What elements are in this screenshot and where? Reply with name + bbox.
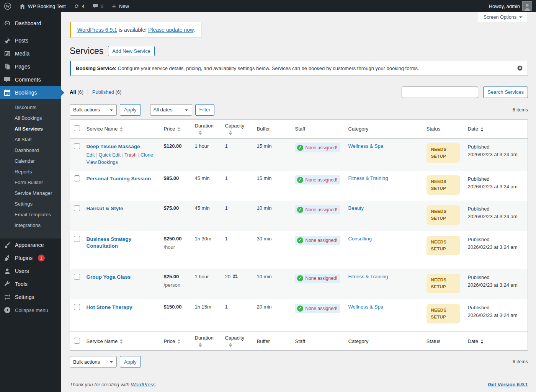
submenu-item-discounts[interactable]: Discounts: [0, 102, 61, 113]
staff-badge: ✓None assigned!: [295, 274, 340, 283]
sort-arrows-icon: [229, 343, 249, 347]
column-header-date[interactable]: Date: [464, 332, 528, 351]
submenu-item-settings[interactable]: Settings: [0, 199, 61, 209]
pin-icon: [3, 37, 11, 44]
column-header-duration[interactable]: Duration: [191, 332, 221, 351]
row-checkbox[interactable]: [74, 205, 80, 211]
submenu-item-service-manager[interactable]: Service Manager: [0, 188, 61, 199]
duration-value: 45 min: [191, 201, 221, 231]
filter-published[interactable]: Published: [92, 89, 114, 95]
apply-button[interactable]: Apply: [120, 104, 141, 116]
sidebar-item-pages[interactable]: Pages: [0, 60, 61, 73]
updates-menu[interactable]: 4: [70, 0, 88, 12]
footer-version: Get Version 6.9.1: [488, 382, 528, 387]
service-name-link[interactable]: Business Strategy Consultation: [87, 236, 156, 250]
column-header-name[interactable]: Service Name: [83, 332, 160, 351]
filter-all[interactable]: All: [70, 89, 76, 95]
sidebar-item-settings[interactable]: Settings: [0, 291, 61, 304]
submenu-item-calendar[interactable]: Calendar: [0, 156, 61, 167]
dates-filter-select[interactable]: All dates: [150, 104, 192, 116]
bulk-actions-select[interactable]: Bulk actions: [70, 104, 117, 116]
row-checkbox[interactable]: [74, 236, 80, 242]
sidebar-item-label: Posts: [15, 38, 28, 44]
date-cell: Published2026/02/23 at 3:24 am: [464, 171, 528, 201]
filter-button[interactable]: Filter: [195, 104, 215, 116]
submenu-item-form-builder[interactable]: Form Builder: [0, 177, 61, 188]
submenu-item-all-staff[interactable]: All Staff: [0, 134, 61, 145]
sidebar-item-label: Settings: [15, 294, 34, 300]
submenu-item-all-services[interactable]: All Services: [0, 124, 61, 134]
submenu-item-email-templates[interactable]: Email Templates: [0, 209, 61, 220]
row-action-clone[interactable]: Clone: [141, 152, 153, 158]
service-name-link[interactable]: Haircut & Style: [87, 205, 123, 212]
submenu-item-dashboard[interactable]: Dashboard: [0, 145, 61, 156]
comment-icon: [92, 3, 98, 9]
add-new-service-button[interactable]: Add New Service: [108, 46, 155, 56]
column-header-date[interactable]: Date: [464, 119, 528, 138]
items-count: 6 items: [513, 107, 528, 113]
category-link[interactable]: Consulting: [348, 236, 372, 242]
status-badge: NEEDS SETUP: [427, 236, 460, 255]
sidebar-item-tools[interactable]: Tools: [0, 278, 61, 291]
row-action-view-bookings[interactable]: View Bookings: [87, 160, 118, 165]
sidebar-item-label: Plugins: [15, 255, 33, 261]
wp-logo[interactable]: W: [0, 0, 15, 12]
get-version-link[interactable]: Get Version 6.9.1: [488, 382, 528, 387]
row-action-trash[interactable]: Trash: [124, 152, 137, 158]
sidebar-item-bookings[interactable]: Bookings: [0, 86, 61, 99]
site-name-menu[interactable]: WP Booking Test: [15, 0, 70, 12]
sidebar-item-label: Comments: [15, 77, 41, 83]
bulk-actions-select-bottom[interactable]: Bulk actions: [70, 356, 117, 368]
comment-count: 0: [101, 3, 103, 9]
dismiss-notice-button[interactable]: [517, 65, 523, 71]
service-name-link[interactable]: Personal Training Session: [87, 175, 151, 182]
comments-menu[interactable]: 0: [88, 0, 107, 12]
sidebar-item-users[interactable]: Users: [0, 265, 61, 278]
select-all-checkbox[interactable]: [74, 125, 80, 131]
please-update-link[interactable]: Please update now: [148, 27, 193, 33]
row-action-edit[interactable]: Edit: [87, 152, 95, 158]
category-link[interactable]: Fitness & Training: [348, 274, 388, 279]
wordpress-version-link[interactable]: WordPress 6.9.1: [77, 27, 117, 33]
category-link[interactable]: Wellness & Spa: [348, 143, 384, 149]
account-menu[interactable]: Howdy, admin: [485, 0, 536, 12]
sidebar-item-posts[interactable]: Posts: [0, 34, 61, 47]
submenu-item-all-bookings[interactable]: All Bookings: [0, 113, 61, 124]
wordpress-link[interactable]: WordPress: [131, 382, 155, 387]
select-all-checkbox-bottom[interactable]: [74, 338, 80, 344]
row-checkbox[interactable]: [74, 304, 80, 310]
column-header-duration[interactable]: Duration: [191, 119, 221, 138]
apply-button-bottom[interactable]: Apply: [120, 356, 141, 368]
row-checkbox[interactable]: [74, 175, 80, 181]
service-name-link[interactable]: Hot Stone Therapy: [87, 304, 132, 311]
category-link[interactable]: Beauty: [348, 205, 364, 211]
column-header-name[interactable]: Service Name: [83, 119, 160, 138]
column-header-price[interactable]: Price: [160, 119, 191, 138]
service-row: Haircut & Style$75.0045 min110 min✓None …: [70, 201, 528, 231]
update-count: 4: [82, 3, 85, 9]
sidebar-item-appearance[interactable]: Appearance: [0, 238, 61, 252]
row-checkbox[interactable]: [74, 274, 80, 280]
search-services-button[interactable]: Search Services: [483, 87, 528, 98]
service-name-link[interactable]: Group Yoga Class: [87, 274, 131, 281]
submenu-item-integrations[interactable]: Integrations: [0, 220, 61, 231]
screen-options-button[interactable]: Screen Options: [478, 12, 528, 23]
sidebar-item-collapse-menu[interactable]: Collapse menu: [0, 304, 61, 317]
column-header-price[interactable]: Price: [160, 332, 191, 351]
status-badge: NEEDS SETUP: [427, 175, 460, 195]
service-name-link[interactable]: Deep Tissue Massage: [87, 143, 140, 150]
sidebar-item-comments[interactable]: Comments: [0, 73, 61, 86]
svg-text:W: W: [6, 4, 10, 8]
column-header-capacity[interactable]: Capacity: [221, 119, 253, 138]
sidebar-item-dashboard[interactable]: Dashboard: [0, 17, 61, 30]
category-link[interactable]: Wellness & Spa: [348, 304, 384, 310]
search-input[interactable]: [402, 87, 478, 98]
category-link[interactable]: Fitness & Training: [348, 175, 388, 181]
column-header-capacity[interactable]: Capacity: [221, 332, 253, 351]
sidebar-item-plugins[interactable]: Plugins1: [0, 252, 61, 265]
row-checkbox[interactable]: [74, 143, 80, 149]
row-action-quick-edit[interactable]: Quick Edit: [98, 152, 120, 158]
submenu-item-reports[interactable]: Reports: [0, 167, 61, 177]
new-menu[interactable]: New: [107, 0, 133, 12]
sidebar-item-media[interactable]: Media: [0, 47, 61, 60]
